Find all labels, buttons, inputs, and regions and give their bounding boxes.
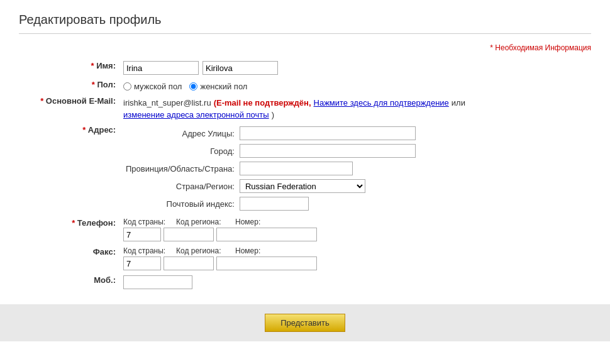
divider — [19, 33, 591, 34]
required-info: * Необходимая Информация — [19, 43, 591, 52]
phone-row: * Телефон: Код страны: Код региона: Номе… — [19, 215, 591, 244]
first-name-input[interactable] — [123, 61, 199, 75]
mobile-label-cell: Моб.: — [19, 273, 119, 292]
phone-area-code-input[interactable] — [164, 228, 214, 241]
email-close-paren: ) — [272, 110, 274, 119]
page-title: Редактировать профиль — [19, 13, 591, 27]
fax-sub-labels: Код страны: Код региона: Номер: — [123, 246, 587, 255]
gender-female-radio[interactable] — [189, 82, 197, 91]
form-table: * Имя: * Пол: мужской пол — [19, 58, 591, 292]
phone-area-code-label: Код региона: — [176, 218, 233, 226]
gender-value-cell: мужской пол женский пол — [119, 77, 591, 94]
city-row: Город: — [123, 142, 418, 160]
email-value-cell: irishka_nt_super@list.ru (E-mail не подт… — [119, 94, 591, 122]
phone-number-input[interactable] — [216, 228, 317, 241]
mobile-input[interactable] — [123, 275, 192, 289]
email-label: Основной E-Mail: — [46, 96, 116, 106]
postal-label: Почтовый индекс: — [123, 195, 237, 212]
gender-male-option[interactable]: мужской пол — [123, 82, 182, 91]
phone-country-code-label: Код страны: — [123, 218, 174, 226]
mobile-label: Моб.: — [94, 275, 116, 285]
fax-area-code-label: Код региона: — [176, 246, 233, 255]
gender-female-option[interactable]: женский пол — [189, 82, 247, 91]
phone-label-cell: * Телефон: — [19, 215, 119, 244]
gender-male-label: мужской пол — [134, 82, 182, 91]
postal-input[interactable] — [240, 197, 309, 211]
address-value-cell: Адрес Улицы: Город: Провинция/Область/Ст… — [119, 122, 591, 215]
gender-options: мужской пол женский пол — [123, 80, 587, 91]
email-required-star: * — [40, 96, 46, 106]
fax-country-code-label: Код страны: — [123, 246, 174, 255]
fax-label-cell: Факс: — [19, 244, 119, 273]
email-row-content: irishka_nt_super@list.ru (E-mail не подт… — [123, 96, 587, 119]
email-change-link[interactable]: изменение адреса электронной почты — [123, 110, 269, 119]
phone-number-label: Номер: — [235, 218, 336, 226]
address-inner-table: Адрес Улицы: Город: Провинция/Область/Ст… — [123, 124, 418, 212]
postal-row: Почтовый индекс: — [123, 195, 418, 212]
country-select-cell: Russian Federation United States Germany… — [237, 177, 418, 195]
mobile-row: Моб.: — [19, 273, 591, 292]
address-label-cell: * Адрес: — [19, 122, 119, 215]
country-row: Страна/Регион: Russian Federation United… — [123, 177, 418, 195]
mobile-value-cell — [119, 273, 591, 292]
province-input[interactable] — [240, 162, 353, 175]
email-label-cell: * Основной E-Mail: — [19, 94, 119, 122]
province-label: Провинция/Область/Страна: — [123, 160, 237, 177]
last-name-input[interactable] — [202, 61, 278, 75]
fax-value-cell: Код страны: Код региона: Номер: — [119, 244, 591, 273]
address-row: * Адрес: Адрес Улицы: Город: — [19, 122, 591, 215]
street-input-cell — [237, 124, 418, 142]
phone-sub-labels: Код страны: Код региона: Номер: — [123, 218, 587, 226]
city-input-cell — [237, 142, 418, 160]
province-row: Провинция/Область/Страна: — [123, 160, 418, 177]
name-label-cell: * Имя: — [19, 58, 119, 77]
email-row: * Основной E-Mail: irishka_nt_super@list… — [19, 94, 591, 122]
phone-label: Телефон: — [77, 218, 116, 228]
gender-label: Пол: — [97, 80, 116, 89]
fax-row: Факс: Код страны: Код региона: Номер: — [19, 244, 591, 273]
name-inputs — [123, 61, 587, 75]
email-unconfirmed-text: (E-mail не подтверждён, — [214, 98, 311, 108]
email-separator: или — [452, 98, 465, 108]
street-label: Адрес Улицы: — [123, 124, 237, 142]
address-required-star: * — [82, 125, 88, 135]
city-input[interactable] — [240, 144, 416, 158]
submit-button[interactable]: Представить — [265, 314, 345, 332]
fax-number-input[interactable] — [216, 256, 317, 270]
fax-country-code-input[interactable] — [123, 256, 161, 270]
page-container: Редактировать профиль * Необходимая Инфо… — [0, 0, 610, 364]
gender-male-radio[interactable] — [123, 82, 131, 91]
name-value-cell — [119, 58, 591, 77]
email-address: irishka_nt_super@list.ru — [123, 98, 211, 108]
gender-label-cell: * Пол: — [19, 77, 119, 94]
phone-country-code-input[interactable] — [123, 228, 161, 241]
phone-required-star: * — [72, 218, 77, 228]
country-label: Страна/Регион: — [123, 177, 237, 195]
gender-row: * Пол: мужской пол женский пол — [19, 77, 591, 94]
street-input[interactable] — [240, 126, 416, 140]
fax-label: Факс: — [93, 247, 116, 256]
phone-inputs — [123, 228, 587, 241]
postal-input-cell — [237, 195, 418, 212]
gender-female-label: женский пол — [200, 82, 247, 91]
fax-number-label: Номер: — [235, 246, 336, 255]
name-row: * Имя: — [19, 58, 591, 77]
name-label: Имя: — [96, 61, 116, 70]
fax-area-code-input[interactable] — [164, 256, 214, 270]
country-select[interactable]: Russian Federation United States Germany… — [240, 179, 365, 193]
email-confirm-link[interactable]: Нажмите здесь для подтверждение — [314, 98, 449, 108]
street-row: Адрес Улицы: — [123, 124, 418, 142]
fax-inputs — [123, 256, 587, 270]
submit-bar: Представить — [0, 304, 610, 341]
address-label: Адрес: — [88, 125, 116, 135]
name-required-star: * — [91, 61, 96, 70]
phone-value-cell: Код страны: Код региона: Номер: — [119, 215, 591, 244]
province-input-cell — [237, 160, 418, 177]
city-label: Город: — [123, 142, 237, 160]
